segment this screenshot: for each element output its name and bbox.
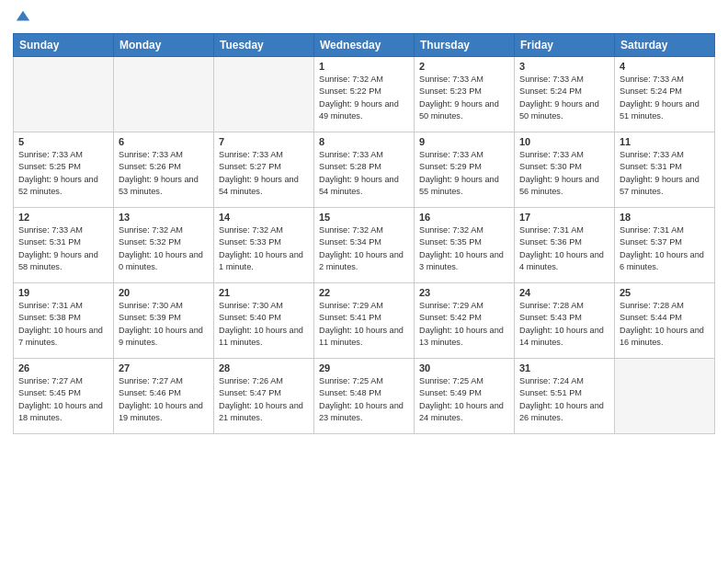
calendar-cell: 22Sunrise: 7:29 AMSunset: 5:41 PMDayligh… [314,283,415,359]
day-info: Sunrise: 7:33 AMSunset: 5:29 PMDaylight:… [419,149,509,198]
day-number: 28 [219,362,309,373]
day-info: Sunrise: 7:29 AMSunset: 5:42 PMDaylight:… [419,300,509,349]
day-number: 9 [419,136,509,147]
day-info: Sunrise: 7:33 AMSunset: 5:23 PMDaylight:… [419,74,509,122]
logo [13,9,31,26]
day-number: 19 [18,287,108,298]
calendar-cell: 8Sunrise: 7:33 AMSunset: 5:28 PMDaylight… [314,132,415,208]
day-number: 6 [119,136,209,147]
day-info: Sunrise: 7:28 AMSunset: 5:44 PMDaylight:… [620,300,710,349]
week-row-5: 26Sunrise: 7:27 AMSunset: 5:45 PMDayligh… [14,359,715,434]
page-header [13,9,715,26]
calendar-cell: 10Sunrise: 7:33 AMSunset: 5:30 PMDayligh… [515,132,615,208]
day-info: Sunrise: 7:32 AMSunset: 5:32 PMDaylight:… [119,224,209,273]
day-info: Sunrise: 7:25 AMSunset: 5:48 PMDaylight:… [319,375,409,424]
day-number: 8 [319,136,409,147]
day-number: 2 [419,61,509,72]
calendar-cell [214,57,314,132]
day-number: 22 [319,287,409,298]
calendar-cell: 13Sunrise: 7:32 AMSunset: 5:32 PMDayligh… [114,208,214,283]
day-number: 23 [419,287,509,298]
calendar-cell [114,57,214,132]
day-info: Sunrise: 7:30 AMSunset: 5:40 PMDaylight:… [219,300,309,349]
calendar-cell: 26Sunrise: 7:27 AMSunset: 5:45 PMDayligh… [14,359,114,434]
calendar-cell: 3Sunrise: 7:33 AMSunset: 5:24 PMDaylight… [515,57,615,132]
calendar-cell: 25Sunrise: 7:28 AMSunset: 5:44 PMDayligh… [615,283,715,359]
day-number: 4 [620,61,710,72]
day-info: Sunrise: 7:32 AMSunset: 5:34 PMDaylight:… [319,224,409,273]
day-number: 3 [519,61,609,72]
logo-icon [15,9,31,26]
day-info: Sunrise: 7:32 AMSunset: 5:35 PMDaylight:… [419,224,509,273]
calendar-cell: 15Sunrise: 7:32 AMSunset: 5:34 PMDayligh… [314,208,415,283]
calendar-cell: 7Sunrise: 7:33 AMSunset: 5:27 PMDaylight… [214,132,314,208]
day-number: 14 [219,212,309,223]
week-row-4: 19Sunrise: 7:31 AMSunset: 5:38 PMDayligh… [14,283,715,359]
day-info: Sunrise: 7:27 AMSunset: 5:45 PMDaylight:… [18,375,108,424]
weekday-header-tuesday: Tuesday [214,34,314,57]
day-number: 10 [519,136,609,147]
day-number: 25 [620,287,710,298]
day-info: Sunrise: 7:33 AMSunset: 5:24 PMDaylight:… [620,74,710,122]
day-info: Sunrise: 7:33 AMSunset: 5:24 PMDaylight:… [519,74,609,122]
day-info: Sunrise: 7:33 AMSunset: 5:31 PMDaylight:… [620,149,710,198]
day-number: 24 [519,287,609,298]
calendar-cell: 19Sunrise: 7:31 AMSunset: 5:38 PMDayligh… [14,283,114,359]
day-number: 26 [18,362,108,373]
weekday-header-thursday: Thursday [415,34,515,57]
day-info: Sunrise: 7:30 AMSunset: 5:39 PMDaylight:… [119,300,209,349]
day-number: 12 [18,212,108,223]
calendar-cell: 1Sunrise: 7:32 AMSunset: 5:22 PMDaylight… [314,57,415,132]
calendar-cell: 17Sunrise: 7:31 AMSunset: 5:36 PMDayligh… [515,208,615,283]
day-info: Sunrise: 7:33 AMSunset: 5:31 PMDaylight:… [18,224,108,273]
calendar-cell: 24Sunrise: 7:28 AMSunset: 5:43 PMDayligh… [515,283,615,359]
weekday-header-saturday: Saturday [615,34,715,57]
calendar-cell: 11Sunrise: 7:33 AMSunset: 5:31 PMDayligh… [615,132,715,208]
calendar-cell: 4Sunrise: 7:33 AMSunset: 5:24 PMDaylight… [615,57,715,132]
day-info: Sunrise: 7:27 AMSunset: 5:46 PMDaylight:… [119,375,209,424]
calendar-cell: 9Sunrise: 7:33 AMSunset: 5:29 PMDaylight… [415,132,515,208]
calendar-cell: 31Sunrise: 7:24 AMSunset: 5:51 PMDayligh… [515,359,615,434]
calendar-cell: 27Sunrise: 7:27 AMSunset: 5:46 PMDayligh… [114,359,214,434]
day-info: Sunrise: 7:32 AMSunset: 5:33 PMDaylight:… [219,224,309,273]
calendar-cell [615,359,715,434]
calendar-cell: 14Sunrise: 7:32 AMSunset: 5:33 PMDayligh… [214,208,314,283]
day-info: Sunrise: 7:33 AMSunset: 5:27 PMDaylight:… [219,149,309,198]
day-info: Sunrise: 7:28 AMSunset: 5:43 PMDaylight:… [519,300,609,349]
day-number: 18 [620,212,710,223]
day-number: 16 [419,212,509,223]
day-number: 13 [119,212,209,223]
day-info: Sunrise: 7:32 AMSunset: 5:22 PMDaylight:… [319,74,409,122]
day-number: 21 [219,287,309,298]
calendar-cell: 2Sunrise: 7:33 AMSunset: 5:23 PMDaylight… [415,57,515,132]
calendar-cell: 23Sunrise: 7:29 AMSunset: 5:42 PMDayligh… [415,283,515,359]
calendar-cell: 29Sunrise: 7:25 AMSunset: 5:48 PMDayligh… [314,359,415,434]
calendar-cell: 6Sunrise: 7:33 AMSunset: 5:26 PMDaylight… [114,132,214,208]
svg-marker-0 [17,11,29,21]
day-info: Sunrise: 7:26 AMSunset: 5:47 PMDaylight:… [219,375,309,424]
calendar-cell: 28Sunrise: 7:26 AMSunset: 5:47 PMDayligh… [214,359,314,434]
day-number: 30 [419,362,509,373]
day-info: Sunrise: 7:33 AMSunset: 5:25 PMDaylight:… [18,149,108,198]
day-info: Sunrise: 7:29 AMSunset: 5:41 PMDaylight:… [319,300,409,349]
calendar-cell: 18Sunrise: 7:31 AMSunset: 5:37 PMDayligh… [615,208,715,283]
day-number: 7 [219,136,309,147]
calendar-cell [14,57,114,132]
calendar-cell: 30Sunrise: 7:25 AMSunset: 5:49 PMDayligh… [415,359,515,434]
calendar-cell: 12Sunrise: 7:33 AMSunset: 5:31 PMDayligh… [14,208,114,283]
day-info: Sunrise: 7:24 AMSunset: 5:51 PMDaylight:… [519,375,609,424]
calendar-cell: 20Sunrise: 7:30 AMSunset: 5:39 PMDayligh… [114,283,214,359]
day-number: 17 [519,212,609,223]
day-number: 20 [119,287,209,298]
day-info: Sunrise: 7:33 AMSunset: 5:28 PMDaylight:… [319,149,409,198]
week-row-2: 5Sunrise: 7:33 AMSunset: 5:25 PMDaylight… [14,132,715,208]
day-info: Sunrise: 7:33 AMSunset: 5:26 PMDaylight:… [119,149,209,198]
day-number: 29 [319,362,409,373]
weekday-header-monday: Monday [114,34,214,57]
weekday-header-row: SundayMondayTuesdayWednesdayThursdayFrid… [14,34,715,57]
day-number: 11 [620,136,710,147]
weekday-header-sunday: Sunday [14,34,114,57]
day-number: 31 [519,362,609,373]
calendar: SundayMondayTuesdayWednesdayThursdayFrid… [13,33,715,434]
calendar-cell: 5Sunrise: 7:33 AMSunset: 5:25 PMDaylight… [14,132,114,208]
